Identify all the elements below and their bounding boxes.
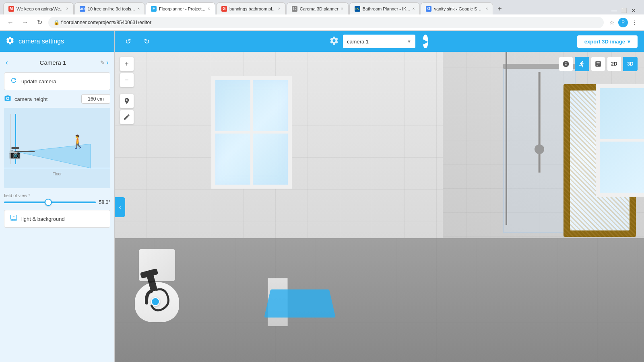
collapse-sidebar-button[interactable]: ‹ [115,197,125,217]
scene-camera-marker [151,297,160,306]
tab-floorplanner[interactable]: F Floorplanner - Project... × [146,2,215,14]
tab-title-4: bunnings bathroom pl... [229,6,276,11]
tab-favicon-2: 3D [80,6,85,12]
overview-button[interactable] [559,57,573,71]
browser-actions: ☆ P ⋮ [607,18,639,27]
tab-close-1[interactable]: × [66,6,68,11]
view-3d-button[interactable]: 3D [623,57,638,71]
camera-height-row: camera height [4,94,110,104]
bathroom-scene [115,52,644,362]
tab-favicon-7: G [426,6,431,12]
export-arrow-icon: ▾ [627,39,630,45]
close-window-button[interactable]: ✕ [630,6,638,14]
window-frame-horizontal [215,131,288,134]
camera-next-button[interactable]: › [106,58,109,67]
redo-button[interactable]: ↻ [140,35,153,48]
tab-title-6: Bathroom Planner - IK... [363,6,410,11]
tab-ikea[interactable]: IK Bathroom Planner - IK... × [349,2,420,14]
edit-tool-button[interactable] [120,110,134,124]
camera-edit-icon[interactable]: ✎ [100,60,105,66]
view-2d-button[interactable]: 2D [607,57,621,71]
light-bg-label: light & background [21,216,65,222]
url-bar[interactable]: 🔒 floorplanner.com/projects/85400631/edi… [48,17,604,28]
fov-slider-row: 58.0° [4,200,110,205]
tab-favicon-6: IK [355,6,360,12]
ctrl-spacer [120,89,134,92]
star-button[interactable]: ☆ [607,18,617,27]
fov-label: field of view ° [4,193,110,198]
app: camera settings ‹ Camera 1 ✎ › update ca… [0,31,644,362]
tab-title-1: We keep on going/We... [17,6,64,11]
shower-head [535,144,544,154]
play-icon: ▶ [423,37,428,46]
tab-bunnings[interactable]: G bunnings bathroom pl... × [216,2,286,14]
tab-close-5[interactable]: × [341,6,343,11]
url-text: floorplanner.com/projects/85400631/edito… [61,20,151,25]
fov-slider[interactable] [4,202,96,203]
camera-selector-arrow: ▼ [407,39,411,44]
undo-button[interactable]: ↺ [121,35,135,48]
new-tab-button[interactable]: + [494,3,505,14]
tab-title-3: Floorplanner - Project... [159,6,205,11]
camera-height-input[interactable] [81,94,110,104]
camera-nav: ‹ Camera 1 ✎ › [4,56,110,69]
zoom-out-button[interactable]: − [120,73,134,87]
tab-bar: M We keep on going/We... × 3D 10 free on… [0,0,644,14]
viewer-controls-left: + − [120,57,134,124]
tab-close-4[interactable]: × [278,6,281,11]
light-bg-icon [10,214,17,223]
tab-google-sink[interactable]: G vanity sink - Google Se... × [421,2,493,14]
tab-3dtools[interactable]: 3D 10 free online 3d tools... × [74,2,145,14]
camera-level-line [14,151,35,152]
minimize-button[interactable]: — [610,6,618,14]
maximize-button[interactable]: ⬜ [620,6,628,14]
tab-title-5: Caroma 3D planner [300,6,339,11]
camera-selector[interactable]: camera 1 ▼ [343,35,415,48]
lock-icon: 🔒 [54,20,60,25]
location-button[interactable] [120,94,134,108]
tab-close-3[interactable]: × [208,6,210,11]
tab-close-6[interactable]: × [413,6,415,11]
light-background-button[interactable]: light & background [4,210,110,228]
top-toolbar: ↺ ↻ camera 1 ▼ ▶ [115,31,644,52]
camera-selector-text: camera 1 [347,39,404,45]
stick-figure: 🚶 [70,134,86,149]
profile-button[interactable]: P [618,18,628,27]
tab-close-2[interactable]: × [137,6,140,11]
scene-window-right [596,84,644,197]
sidebar-content: ‹ Camera 1 ✎ › update camera [0,52,114,362]
svg-rect-6 [147,274,157,291]
tab-title-7: vanity sink - Google Se... [434,6,483,11]
forward-button[interactable]: → [19,17,31,28]
camera-settings-icon [6,36,14,47]
sidebar-title: camera settings [19,38,64,45]
tab-caroma[interactable]: C Caroma 3D planner × [287,2,349,14]
tab-close-7[interactable]: × [486,6,488,11]
zoom-in-button[interactable]: + [120,57,134,71]
fov-value: 58.0° [99,200,110,205]
sidebar: camera settings ‹ Camera 1 ✎ › update ca… [0,31,115,362]
camera-preview-inner: Floor 📷 🚶 [4,108,110,188]
tab-favicon-5: C [292,6,297,12]
tab-favicon-1: M [8,6,14,12]
refresh-button[interactable]: ↻ [34,17,45,28]
camera-height-icon [4,95,11,103]
tab-title-2: 10 free online 3d tools... [88,6,135,11]
fov-section: field of view ° 58.0° [4,193,110,205]
export-3d-button[interactable]: export 3D image ▾ [577,35,638,48]
update-camera-button[interactable]: update camera [4,72,110,90]
back-button[interactable]: ← [5,17,16,28]
svg-rect-1 [11,215,17,220]
export-area: export 3D image ▾ [577,35,638,48]
camera-height-label: camera height [14,96,78,102]
play-button[interactable]: ▶ [423,35,428,48]
tab-gmail[interactable]: M We keep on going/We... × [3,2,74,14]
main-area: ↺ ↻ camera 1 ▼ ▶ [115,31,644,362]
shower-rod [538,72,541,173]
person-view-button[interactable] [575,57,589,71]
menu-button[interactable]: ⋮ [630,18,639,27]
viewer-3d: + − [115,52,644,362]
scene-settings-button[interactable] [591,57,605,71]
camera-nav-title: Camera 1 [8,59,98,66]
tab-favicon-4: G [221,6,227,12]
